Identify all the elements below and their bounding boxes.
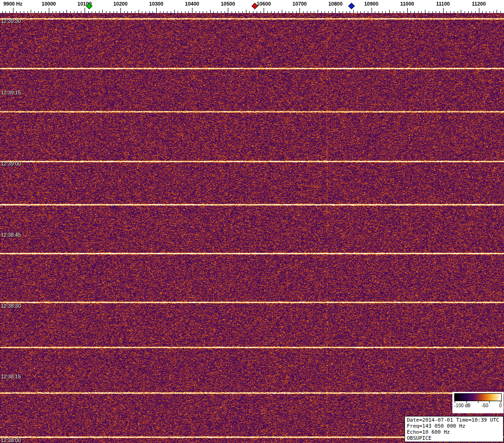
freq-label: 10700: [292, 1, 307, 7]
time-label: 12:39:30: [1, 18, 21, 24]
time-label: 12:38:15: [1, 374, 21, 379]
db-gradient-bar: [454, 393, 502, 401]
db-mid-label: -50: [482, 403, 488, 408]
time-label: 12:39:15: [1, 90, 21, 95]
freq-label: 11100: [436, 1, 450, 7]
info-panel: Date=2014-07-01 Time=10:39 UTC Freq=143 …: [405, 416, 504, 442]
freq-label: 10800: [328, 1, 343, 7]
db-min-label: -100 dB: [454, 403, 471, 408]
time-label: 12:38:30: [1, 303, 21, 309]
freq-label: 10900: [364, 1, 378, 7]
freq-label: 10600: [257, 1, 271, 7]
freq-label: 11000: [400, 1, 414, 7]
info-date-time: Date=2014-07-01 Time=10:39 UTC: [407, 417, 501, 423]
waterfall-display: [0, 13, 504, 443]
info-frequency: Freq=143 050 000 Hz: [407, 423, 501, 429]
freq-label: 10300: [149, 1, 164, 7]
info-station: OBSUPICE: [407, 435, 501, 441]
db-max-label: 0: [499, 403, 502, 408]
freq-label: 10000: [42, 1, 56, 7]
info-echo: Echo=10 600 Hz: [407, 429, 501, 435]
freq-label: 11200: [472, 1, 486, 7]
time-label: 12:38:00: [1, 437, 21, 443]
spectrogram-window: -100 dB -50 0 Date=2014-07-01 Time=10:39…: [0, 0, 504, 443]
freq-label: 10200: [113, 1, 128, 7]
freq-label: 10400: [185, 1, 199, 7]
freq-label: 10500: [221, 1, 235, 7]
db-scale-panel: -100 dB -50 0: [452, 392, 504, 413]
time-label: 12:39:00: [1, 161, 21, 166]
time-label: 12:38:45: [1, 232, 21, 238]
freq-label: 9900 Hz: [3, 1, 22, 7]
db-scale-labels: -100 dB -50 0: [454, 403, 502, 408]
